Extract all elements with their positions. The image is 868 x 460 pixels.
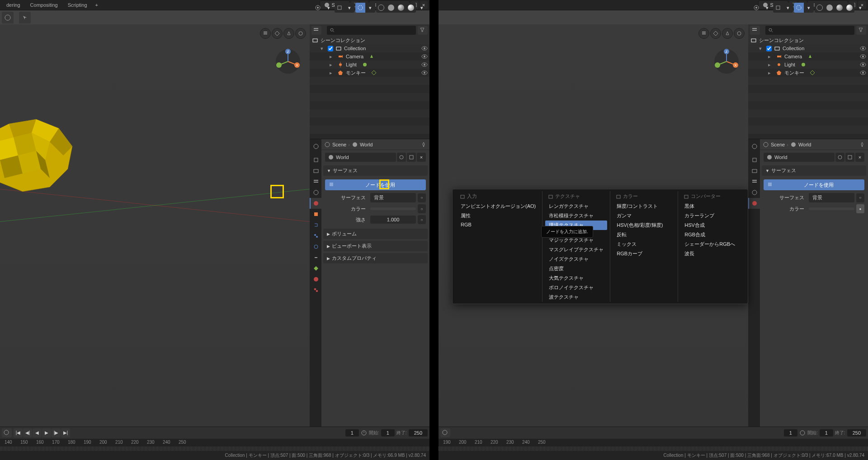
- pan-button[interactable]: [272, 28, 283, 39]
- modifier-tab[interactable]: [310, 220, 321, 230]
- render-tab[interactable]: [310, 155, 321, 165]
- menu-item[interactable]: 黒体: [681, 202, 743, 211]
- play-button[interactable]: ▶: [42, 428, 51, 437]
- volume-panel-header[interactable]: ▶ ボリューム: [323, 229, 428, 239]
- constraint-tab[interactable]: [310, 252, 321, 263]
- datablock-users-button[interactable]: [397, 153, 406, 162]
- collection-row[interactable]: ▾ Collection: [310, 44, 429, 52]
- jump-start-button[interactable]: |◀: [14, 428, 23, 437]
- datablock-unlink-button[interactable]: ×: [417, 153, 426, 162]
- camera-button[interactable]: [283, 28, 294, 39]
- collection-checkbox[interactable]: [766, 46, 772, 52]
- menu-item[interactable]: レンガテクスチャ: [545, 202, 607, 211]
- color-node-link-button[interactable]: ●: [856, 204, 864, 213]
- surface-shader-dropdown[interactable]: 背景: [809, 193, 854, 202]
- properties-editor-type[interactable]: [748, 141, 760, 152]
- datablock-users-button[interactable]: [835, 153, 844, 162]
- use-nodes-button[interactable]: ノードを使用: [764, 179, 864, 190]
- pin-icon[interactable]: [859, 141, 865, 148]
- outliner-filter-button[interactable]: [856, 26, 866, 35]
- overlay-visibility-button[interactable]: [751, 3, 761, 13]
- object-tab[interactable]: [310, 209, 321, 220]
- menu-item[interactable]: HSV合成: [681, 221, 743, 230]
- workspace-tab-rendering[interactable]: dering: [2, 1, 25, 9]
- viewport-gizmo[interactable]: X Z: [275, 49, 301, 74]
- shading-rendered-button[interactable]: [844, 3, 854, 13]
- strength-field[interactable]: 1.000: [370, 216, 416, 224]
- menu-item[interactable]: シェーダーからRGBへ: [681, 239, 743, 249]
- menu-item[interactable]: ボロノイテクスチャ: [545, 283, 607, 292]
- scene-tab[interactable]: [310, 187, 321, 198]
- expand-toggle[interactable]: ▸: [330, 54, 335, 60]
- outliner-editor-type[interactable]: [311, 26, 321, 35]
- visibility-icon[interactable]: [860, 61, 866, 68]
- timeline-editor-type[interactable]: [2, 428, 12, 437]
- play-reverse-button[interactable]: ◀: [33, 428, 42, 437]
- breadcrumb-world[interactable]: World: [798, 142, 811, 147]
- overlay-toggle-1[interactable]: [773, 3, 783, 13]
- use-nodes-button[interactable]: ノードを使用: [325, 179, 426, 190]
- start-frame-field[interactable]: 1: [820, 429, 833, 437]
- menu-item[interactable]: RGB: [457, 221, 539, 229]
- shading-solid-button[interactable]: [825, 3, 835, 13]
- cursor-tool-button[interactable]: [19, 12, 31, 23]
- perspective-button[interactable]: [295, 28, 306, 39]
- menu-item[interactable]: 点密度: [545, 264, 607, 273]
- zoom-button[interactable]: [698, 28, 709, 39]
- menu-item[interactable]: カラーランプ: [681, 211, 743, 221]
- color-swatch[interactable]: [809, 207, 854, 210]
- timeline-ruler[interactable]: 190200210220230240250: [439, 439, 868, 451]
- overlay-toggle-2[interactable]: ▾: [344, 3, 354, 13]
- end-frame-field[interactable]: 250: [847, 429, 866, 437]
- prev-keyframe-button[interactable]: ◀|: [23, 428, 32, 437]
- breadcrumb-scene[interactable]: Scene: [332, 142, 346, 147]
- visibility-icon[interactable]: [421, 61, 428, 68]
- menu-item[interactable]: ガンマ: [613, 211, 675, 221]
- view-layer-tab[interactable]: [748, 176, 760, 187]
- overlay-toggle-1[interactable]: [335, 3, 344, 13]
- collection-row[interactable]: ▾ Collection: [748, 44, 868, 52]
- menu-item[interactable]: ノイズテクスチャ: [545, 254, 607, 264]
- breadcrumb-scene[interactable]: Scene: [771, 142, 785, 147]
- start-frame-field[interactable]: 1: [381, 429, 395, 437]
- surface-panel-header[interactable]: ▼ サーフェス: [762, 165, 866, 176]
- overlay-visibility-button[interactable]: [313, 3, 323, 13]
- datablock-new-button[interactable]: [407, 153, 416, 162]
- gizmo-dropdown[interactable]: ▾: [762, 3, 772, 13]
- physics-tab[interactable]: [310, 241, 321, 252]
- surface-node-link-button[interactable]: ○: [856, 193, 864, 202]
- surface-node-link-button[interactable]: ○: [418, 193, 426, 202]
- pin-icon[interactable]: [420, 141, 427, 148]
- timeline-editor-type[interactable]: [440, 428, 450, 437]
- workspace-tab-scripting[interactable]: Scripting: [63, 1, 92, 9]
- monkey-row[interactable]: ▸ モンキー: [310, 69, 429, 77]
- menu-item[interactable]: アンビエントオクルージョン(AO): [457, 202, 539, 211]
- shading-matcap-button[interactable]: [835, 3, 844, 13]
- camera-row[interactable]: ▸ Camera: [748, 52, 868, 61]
- camera-row[interactable]: ▸ Camera: [310, 52, 429, 61]
- expand-toggle[interactable]: ▾: [321, 46, 326, 52]
- menu-item[interactable]: 輝度/コントラスト: [613, 202, 675, 211]
- shading-options-dropdown[interactable]: ▾: [417, 3, 427, 13]
- menu-item[interactable]: 反転: [613, 230, 675, 239]
- shading-wireframe-button[interactable]: [815, 3, 825, 13]
- data-tab[interactable]: [310, 263, 321, 274]
- shading-options-dropdown[interactable]: ▾: [855, 3, 865, 13]
- perspective-button[interactable]: [734, 28, 745, 39]
- menu-item[interactable]: マスグレイブテクスチャ: [545, 245, 607, 254]
- surface-panel-header[interactable]: ▼ サーフェス: [323, 165, 428, 176]
- visibility-icon[interactable]: [421, 45, 428, 52]
- shading-solid-button[interactable]: [386, 3, 396, 13]
- scene-collection-row[interactable]: シーンコレクション: [748, 36, 868, 44]
- visibility-icon[interactable]: [860, 53, 866, 60]
- shading-matcap-button[interactable]: [396, 3, 406, 13]
- menu-item[interactable]: 属性: [457, 211, 539, 221]
- outliner-editor-type[interactable]: [750, 26, 760, 35]
- strength-node-link-button[interactable]: ○: [418, 215, 426, 224]
- datablock-new-button[interactable]: [845, 153, 854, 162]
- expand-toggle[interactable]: ▸: [330, 70, 335, 76]
- shading-xray-button[interactable]: [355, 3, 365, 13]
- breadcrumb-world[interactable]: World: [360, 142, 373, 147]
- menu-item[interactable]: 波テクスチャ: [545, 292, 607, 302]
- world-tab[interactable]: [748, 198, 760, 209]
